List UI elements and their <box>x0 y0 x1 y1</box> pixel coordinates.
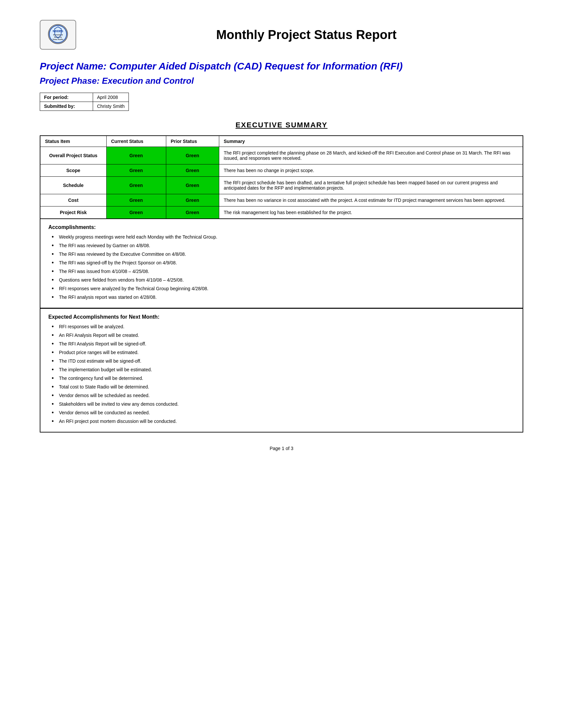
list-item: The RFI Analysis Report will be signed-o… <box>52 341 515 347</box>
page-footer: Page 1 of 3 <box>40 446 523 451</box>
list-item: Weekly progress meetings were held each … <box>52 234 515 241</box>
page-number: Page 1 of 3 <box>269 446 294 451</box>
table-header-row: Status Item Current Status Prior Status … <box>40 136 523 147</box>
prior-status-cell: Green <box>166 164 219 177</box>
table-row: ScheduleGreenGreenThe RFI project schedu… <box>40 177 523 194</box>
list-item: Total cost to State Radio will be determ… <box>52 384 515 390</box>
summary-cell: The risk management log has been establi… <box>219 206 523 219</box>
submitted-value: Christy Smith <box>93 102 129 111</box>
list-item: Questions were fielded from vendors from… <box>52 277 515 284</box>
status-item-cell: Scope <box>40 164 106 177</box>
list-item: Vendor demos will be conducted as needed… <box>52 409 515 416</box>
list-item: The contingency fund will be determined. <box>52 375 515 382</box>
current-status-cell: Green <box>106 206 166 219</box>
header-prior-status: Prior Status <box>166 136 219 147</box>
page-header: NDDES Homeland Security State Radio Mont… <box>40 20 523 50</box>
table-row: Overall Project StatusGreenGreenThe RFI … <box>40 147 523 164</box>
list-item: The RFI was reviewed by Gartner on 4/8/0… <box>52 242 515 249</box>
list-item: The ITD cost estimate will be signed-off… <box>52 358 515 365</box>
summary-cell: The RFI project completed the planning p… <box>219 147 523 164</box>
period-value: April 2008 <box>93 93 129 102</box>
project-phase: Project Phase: Execution and Control <box>40 76 523 86</box>
submitted-row: Submitted by: Christy Smith <box>40 102 129 111</box>
status-item-cell: Overall Project Status <box>40 147 106 164</box>
period-label: For period: <box>40 93 93 102</box>
list-item: The RFI was signed-off by the Project Sp… <box>52 259 515 266</box>
header-current-status: Current Status <box>106 136 166 147</box>
period-row: For period: April 2008 <box>40 93 129 102</box>
prior-status-cell: Green <box>166 147 219 164</box>
header-status-item: Status Item <box>40 136 106 147</box>
logo: NDDES Homeland Security State Radio <box>40 20 76 50</box>
prior-status-cell: Green <box>166 206 219 219</box>
status-table: Status Item Current Status Prior Status … <box>40 135 523 219</box>
summary-cell: There has been no variance in cost assoc… <box>219 194 523 206</box>
project-name: Project Name: Computer Aided Dispatch (C… <box>40 60 523 72</box>
info-table: For period: April 2008 Submitted by: Chr… <box>40 93 129 111</box>
accomplishments-title: Accomplishments: <box>48 224 515 230</box>
exec-summary-title: EXECUTIVE SUMMARY <box>40 121 523 129</box>
status-item-cell: Project Risk <box>40 206 106 219</box>
status-item-cell: Cost <box>40 194 106 206</box>
header-summary: Summary <box>219 136 523 147</box>
status-item-cell: Schedule <box>40 177 106 194</box>
list-item: Vendor demos will be scheduled as needed… <box>52 392 515 399</box>
expected-accomplishments-section: Expected Accomplishments for Next Month:… <box>40 308 523 432</box>
expected-accomplishments-list: RFI responses will be analyzed.An RFI An… <box>48 323 515 425</box>
svg-text:NDDES: NDDES <box>53 29 63 33</box>
summary-cell: There has been no change in project scop… <box>219 164 523 177</box>
submitted-label: Submitted by: <box>40 102 93 111</box>
list-item: Product price ranges will be estimated. <box>52 349 515 356</box>
expected-accomplishments-title: Expected Accomplishments for Next Month: <box>48 314 515 320</box>
prior-status-cell: Green <box>166 194 219 206</box>
table-row: ScopeGreenGreenThere has been no change … <box>40 164 523 177</box>
current-status-cell: Green <box>106 194 166 206</box>
report-title-container: Monthly Project Status Report <box>89 28 523 42</box>
summary-cell: The RFI project schedule has been drafte… <box>219 177 523 194</box>
list-item: The RFI was reviewed by the Executive Co… <box>52 251 515 258</box>
list-item: RFI responses will be analyzed. <box>52 323 515 330</box>
current-status-cell: Green <box>106 147 166 164</box>
report-title: Monthly Project Status Report <box>89 28 523 42</box>
table-row: Project RiskGreenGreenThe risk managemen… <box>40 206 523 219</box>
list-item: The RFI analysis report was started on 4… <box>52 294 515 301</box>
current-status-cell: Green <box>106 177 166 194</box>
logo-circle: NDDES Homeland Security State Radio <box>48 24 68 44</box>
list-item: RFI responses were analyzed by the Techn… <box>52 285 515 292</box>
accomplishments-section: Accomplishments: Weekly progress meeting… <box>40 219 523 308</box>
table-row: CostGreenGreenThere has been no variance… <box>40 194 523 206</box>
accomplishments-list: Weekly progress meetings were held each … <box>48 234 515 301</box>
prior-status-cell: Green <box>166 177 219 194</box>
list-item: The implementation budget will be estima… <box>52 366 515 373</box>
list-item: Stakeholders will be invited to view any… <box>52 401 515 408</box>
current-status-cell: Green <box>106 164 166 177</box>
list-item: An RFI project post mortem discussion wi… <box>52 418 515 425</box>
list-item: An RFI Analysis Report will be created. <box>52 332 515 339</box>
svg-text:State Radio: State Radio <box>52 38 63 40</box>
list-item: The RFI was issued from 4/10/08 – 4/25/0… <box>52 268 515 275</box>
